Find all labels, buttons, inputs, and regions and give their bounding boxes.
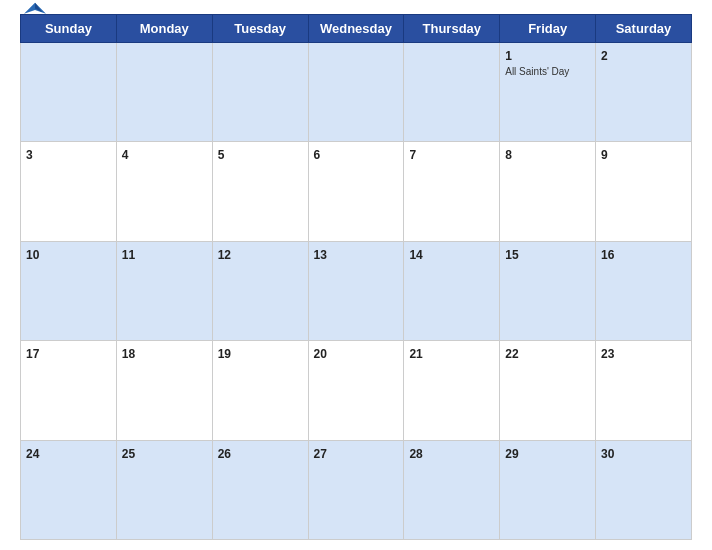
day-number: 13 xyxy=(314,248,327,262)
calendar-cell: 5 xyxy=(212,142,308,241)
holiday-label: All Saints' Day xyxy=(505,66,590,77)
day-number: 10 xyxy=(26,248,39,262)
calendar-cell: 27 xyxy=(308,440,404,539)
calendar-cell: 14 xyxy=(404,241,500,340)
day-number: 19 xyxy=(218,347,231,361)
calendar-cell: 26 xyxy=(212,440,308,539)
day-number: 22 xyxy=(505,347,518,361)
day-number: 14 xyxy=(409,248,422,262)
calendar-cell: 4 xyxy=(116,142,212,241)
day-number: 11 xyxy=(122,248,135,262)
day-number: 2 xyxy=(601,49,608,63)
day-number: 25 xyxy=(122,447,135,461)
calendar-cell: 7 xyxy=(404,142,500,241)
calendar-cell: 24 xyxy=(21,440,117,539)
day-number: 9 xyxy=(601,148,608,162)
day-number: 15 xyxy=(505,248,518,262)
calendar-cell: 10 xyxy=(21,241,117,340)
weekday-header-row: SundayMondayTuesdayWednesdayThursdayFrid… xyxy=(21,15,692,43)
calendar-cell: 22 xyxy=(500,341,596,440)
day-number: 26 xyxy=(218,447,231,461)
calendar-cell xyxy=(404,43,500,142)
calendar-cell: 13 xyxy=(308,241,404,340)
day-number: 17 xyxy=(26,347,39,361)
calendar-cell: 2 xyxy=(596,43,692,142)
weekday-header-wednesday: Wednesday xyxy=(308,15,404,43)
calendar-cell xyxy=(116,43,212,142)
day-number: 23 xyxy=(601,347,614,361)
calendar-cell: 28 xyxy=(404,440,500,539)
calendar-week-row: 17181920212223 xyxy=(21,341,692,440)
weekday-header-thursday: Thursday xyxy=(404,15,500,43)
day-number: 21 xyxy=(409,347,422,361)
calendar-cell: 19 xyxy=(212,341,308,440)
day-number: 27 xyxy=(314,447,327,461)
day-number: 29 xyxy=(505,447,518,461)
calendar-week-row: 3456789 xyxy=(21,142,692,241)
calendar-cell: 6 xyxy=(308,142,404,241)
calendar-cell: 18 xyxy=(116,341,212,440)
calendar-cell: 1All Saints' Day xyxy=(500,43,596,142)
calendar-cell xyxy=(212,43,308,142)
calendar-week-row: 24252627282930 xyxy=(21,440,692,539)
weekday-header-monday: Monday xyxy=(116,15,212,43)
calendar-cell: 8 xyxy=(500,142,596,241)
calendar-cell xyxy=(308,43,404,142)
calendar-cell: 9 xyxy=(596,142,692,241)
calendar-cell: 12 xyxy=(212,241,308,340)
calendar-table: SundayMondayTuesdayWednesdayThursdayFrid… xyxy=(20,14,692,540)
day-number: 8 xyxy=(505,148,512,162)
calendar-cell: 20 xyxy=(308,341,404,440)
weekday-header-saturday: Saturday xyxy=(596,15,692,43)
day-number: 3 xyxy=(26,148,33,162)
calendar-cell xyxy=(21,43,117,142)
day-number: 1 xyxy=(505,49,512,63)
day-number: 5 xyxy=(218,148,225,162)
weekday-header-friday: Friday xyxy=(500,15,596,43)
generalblue-logo xyxy=(20,0,50,21)
day-number: 4 xyxy=(122,148,129,162)
day-number: 12 xyxy=(218,248,231,262)
day-number: 16 xyxy=(601,248,614,262)
calendar-cell: 15 xyxy=(500,241,596,340)
calendar-cell: 16 xyxy=(596,241,692,340)
calendar-cell: 21 xyxy=(404,341,500,440)
calendar-cell: 30 xyxy=(596,440,692,539)
calendar-cell: 29 xyxy=(500,440,596,539)
calendar-cell: 25 xyxy=(116,440,212,539)
day-number: 24 xyxy=(26,447,39,461)
calendar-cell: 17 xyxy=(21,341,117,440)
day-number: 18 xyxy=(122,347,135,361)
calendar-cell: 11 xyxy=(116,241,212,340)
day-number: 28 xyxy=(409,447,422,461)
day-number: 6 xyxy=(314,148,321,162)
weekday-header-tuesday: Tuesday xyxy=(212,15,308,43)
calendar-week-row: 10111213141516 xyxy=(21,241,692,340)
day-number: 20 xyxy=(314,347,327,361)
day-number: 7 xyxy=(409,148,416,162)
calendar-week-row: 1All Saints' Day2 xyxy=(21,43,692,142)
calendar-cell: 3 xyxy=(21,142,117,241)
day-number: 30 xyxy=(601,447,614,461)
calendar-cell: 23 xyxy=(596,341,692,440)
